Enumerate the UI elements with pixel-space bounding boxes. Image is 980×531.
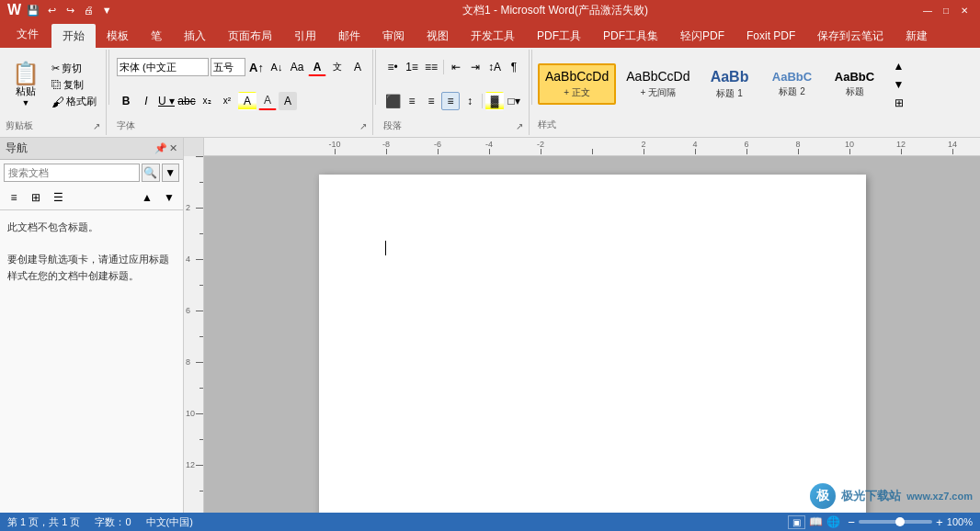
styles-more[interactable]: ⊞ xyxy=(890,94,908,112)
tab-view[interactable]: 视图 xyxy=(416,24,460,48)
font-expand-icon[interactable]: ↗ xyxy=(359,121,367,131)
nav-headings-btn[interactable]: ≡ xyxy=(4,187,24,208)
page-label: 第 1 页，共 1 页 xyxy=(7,515,80,529)
styles-scroll-up[interactable]: ▲ xyxy=(890,57,908,75)
font-shrink-btn[interactable]: A↓ xyxy=(268,58,286,76)
justify-btn[interactable]: ≡ xyxy=(441,92,460,110)
zoom-in-btn[interactable]: + xyxy=(936,515,943,529)
char-shading-btn[interactable]: A xyxy=(279,92,297,110)
tab-lightpdf[interactable]: 轻闪PDF xyxy=(669,24,735,48)
tab-pdf-tools[interactable]: PDF工具 xyxy=(526,24,592,48)
tab-start[interactable]: 开始 xyxy=(51,24,96,48)
decrease-indent-btn[interactable]: ⇤ xyxy=(447,58,465,76)
text-effects-btn[interactable]: A xyxy=(348,58,367,76)
bold-btn[interactable]: B xyxy=(117,92,135,110)
nav-pin-btn[interactable]: 📌 xyxy=(154,142,167,154)
italic-btn[interactable]: I xyxy=(137,92,155,110)
document-scroll[interactable] xyxy=(204,156,980,513)
tab-file[interactable]: 文件 xyxy=(4,20,51,48)
print-view-btn[interactable]: ▣ xyxy=(788,515,805,529)
nav-prev-btn[interactable]: ▲ xyxy=(137,187,157,208)
web-view-btn[interactable]: 🌐 xyxy=(826,515,840,528)
style-h1[interactable]: AaBb 标题 1 xyxy=(701,63,759,105)
subscript-btn[interactable]: x₂ xyxy=(198,92,216,110)
tab-review[interactable]: 审阅 xyxy=(371,24,416,48)
style-h2[interactable]: AaBbC 标题 2 xyxy=(763,65,822,104)
nav-next-btn[interactable]: ▼ xyxy=(159,187,179,208)
tab-pdf-toolkit[interactable]: PDF工具集 xyxy=(592,24,669,48)
dropdown-quick-btn[interactable]: ▼ xyxy=(98,2,115,18)
change-case-btn[interactable]: Aa xyxy=(288,58,306,76)
zoom-out-btn[interactable]: − xyxy=(848,515,855,529)
paste-button[interactable]: 📋 粘贴 ▼ xyxy=(6,51,46,119)
maximize-btn[interactable]: □ xyxy=(938,3,954,17)
align-left-btn[interactable]: ⬛ xyxy=(383,92,402,110)
style-normal[interactable]: AaBbCcDd + 正文 xyxy=(538,63,616,105)
strikethrough-btn[interactable]: abc xyxy=(177,92,196,110)
undo-quick-btn[interactable]: ↩ xyxy=(43,2,60,18)
nav-controls: 📌 ✕ xyxy=(154,142,177,154)
style-no-space[interactable]: AaBbCcDd + 无间隔 xyxy=(620,64,696,104)
minimize-btn[interactable]: — xyxy=(919,3,936,17)
style-h2-preview: AaBbC xyxy=(772,70,812,85)
nav-close-btn[interactable]: ✕ xyxy=(169,142,177,154)
tab-pen[interactable]: 笔 xyxy=(140,24,173,48)
align-right-btn[interactable]: ≡ xyxy=(422,92,440,110)
increase-indent-btn[interactable]: ⇥ xyxy=(466,58,484,76)
shading-btn[interactable]: ▓ xyxy=(485,92,504,110)
nav-pages-btn[interactable]: ⊞ xyxy=(26,187,46,208)
tab-mailings[interactable]: 邮件 xyxy=(327,24,371,48)
bullets-btn[interactable]: ≡• xyxy=(383,58,402,76)
show-marks-btn[interactable]: ¶ xyxy=(505,58,523,76)
tab-pagelayout[interactable]: 页面布局 xyxy=(217,24,283,48)
multilevel-btn[interactable]: ≡≡ xyxy=(422,58,440,76)
watermark-site: www.xz7.com xyxy=(906,491,973,502)
copy-button[interactable]: ⿻ 复制 xyxy=(48,77,100,93)
font-size-input[interactable] xyxy=(211,58,245,76)
superscript-btn[interactable]: x² xyxy=(218,92,236,110)
quick-access-toolbar: 💾 ↩ ↪ 🖨 ▼ xyxy=(25,2,115,18)
zoom-slider[interactable] xyxy=(859,520,932,524)
highlight-btn[interactable]: A xyxy=(238,92,256,110)
style-normal-preview: AaBbCcDd xyxy=(545,69,609,85)
document-page[interactable] xyxy=(319,175,866,513)
styles-scroll-down[interactable]: ▼ xyxy=(890,75,908,94)
clear-format-btn[interactable]: A xyxy=(308,58,326,76)
cut-button[interactable]: ✂ ✂ 剪切 剪切 xyxy=(48,61,100,76)
paragraph-expand-icon[interactable]: ↗ xyxy=(516,121,523,131)
redo-quick-btn[interactable]: ↪ xyxy=(62,2,78,18)
format-painter-button[interactable]: 🖌 格式刷 xyxy=(48,94,100,110)
border-btn[interactable]: □▾ xyxy=(505,92,523,110)
style-no-space-label: + 无间隔 xyxy=(641,86,677,99)
tab-developer[interactable]: 开发工具 xyxy=(460,24,526,48)
tab-new[interactable]: 新建 xyxy=(895,24,939,48)
paste-label: 粘贴 xyxy=(16,85,36,98)
save-quick-btn[interactable]: 💾 xyxy=(25,2,41,18)
search-dropdown-btn[interactable]: ▼ xyxy=(162,164,180,182)
font-family-input[interactable] xyxy=(117,58,209,76)
close-btn[interactable]: ✕ xyxy=(956,3,973,17)
numbering-btn[interactable]: 1≡ xyxy=(403,58,421,76)
search-input[interactable] xyxy=(4,164,140,182)
sort-btn[interactable]: ↕A xyxy=(485,58,504,76)
tab-insert[interactable]: 插入 xyxy=(173,24,217,48)
tab-foxit[interactable]: Foxit PDF xyxy=(735,24,806,48)
font-color-btn[interactable]: A xyxy=(258,92,277,110)
styles-nav: ▲ ▼ ⊞ xyxy=(888,55,910,114)
align-center-btn[interactable]: ≡ xyxy=(403,92,421,110)
styles-group: AaBbCcDd + 正文 AaBbCcDd + 无间隔 AaBb 标题 1 A… xyxy=(534,50,980,135)
tab-template[interactable]: 模板 xyxy=(96,24,140,48)
clipboard-expand-icon[interactable]: ↗ xyxy=(93,121,100,131)
tab-cloud[interactable]: 保存到云笔记 xyxy=(806,24,895,48)
style-heading[interactable]: AaBbC 标题 xyxy=(826,65,884,104)
print-quick-btn[interactable]: 🖨 xyxy=(80,2,97,18)
underline-btn[interactable]: U ▾ xyxy=(157,92,176,110)
nav-results-btn[interactable]: ☰ xyxy=(48,187,68,208)
word-logo: W xyxy=(7,2,21,18)
line-spacing-btn[interactable]: ↕ xyxy=(461,92,479,110)
phonetic-btn[interactable]: 文 xyxy=(328,58,347,76)
reading-view-btn[interactable]: 📖 xyxy=(809,515,823,528)
tab-references[interactable]: 引用 xyxy=(283,24,327,48)
search-button[interactable]: 🔍 xyxy=(142,164,160,182)
font-grow-btn[interactable]: A↑ xyxy=(247,58,266,76)
